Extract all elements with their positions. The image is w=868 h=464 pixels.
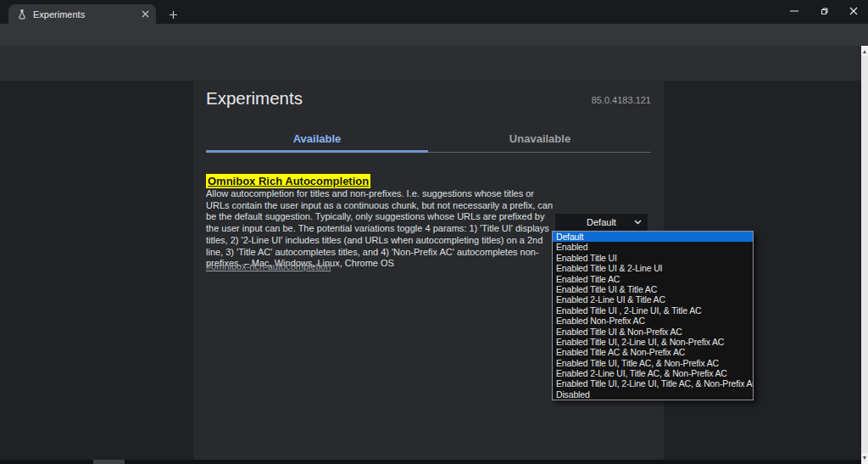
dropdown-option[interactable]: Enabled Title UI & Title AC xyxy=(553,284,753,294)
window-minimize-button[interactable] xyxy=(780,0,809,22)
window-close-button[interactable] xyxy=(839,0,868,22)
dropdown-option[interactable]: Default xyxy=(553,232,753,242)
horizontal-scrollbar[interactable] xyxy=(0,460,861,464)
select-value: Default xyxy=(587,217,616,227)
flag-permalink[interactable]: #omnibox-rich-autocompletion xyxy=(206,261,331,271)
vertical-scrollbar[interactable] xyxy=(861,46,868,464)
horizontal-scrollbar-thumb[interactable] xyxy=(93,460,125,464)
tab-unavailable[interactable]: Unavailable xyxy=(429,132,651,145)
dropdown-listbox: Default Enabled Enabled Title UI Enabled… xyxy=(552,231,754,400)
dropdown-option[interactable]: Enabled Non-Prefix AC xyxy=(553,316,753,326)
dropdown-option[interactable]: Enabled 2-Line UI & Title AC xyxy=(553,294,753,305)
tab-title: Experiments xyxy=(33,9,142,20)
tab-available[interactable]: Available xyxy=(206,132,428,145)
flask-icon xyxy=(17,9,27,20)
active-tab-underline xyxy=(206,150,428,153)
browser-tab-experiments[interactable]: Experiments xyxy=(8,4,156,24)
tab-strip: Experiments xyxy=(0,0,868,24)
scroll-up-icon[interactable] xyxy=(863,50,866,53)
plus-icon xyxy=(169,10,178,20)
dropdown-option[interactable]: Enabled Title UI, Title AC, & Non-Prefix… xyxy=(553,358,753,368)
flag-value-select[interactable]: Default xyxy=(555,214,648,231)
flags-search-bar: Omnibox Rich Autocompletion Reset all xyxy=(0,46,868,81)
dropdown-option[interactable]: Enabled Title UI xyxy=(553,253,753,263)
restore-icon xyxy=(820,7,829,16)
dropdown-option[interactable]: Enabled Title UI & 2-Line UI xyxy=(553,263,753,273)
minimize-icon xyxy=(790,7,798,15)
dropdown-option[interactable]: Enabled Title UI, 2-Line UI, & Non-Prefi… xyxy=(553,337,753,347)
flag-description: Allow autocompletion for titles and non-… xyxy=(206,188,557,270)
dropdown-option[interactable]: Enabled Title UI, 2-Line UI, Title AC, &… xyxy=(553,378,753,389)
browser-window: Experiments xyxy=(0,0,868,464)
dropdown-option[interactable]: Enabled Title AC xyxy=(553,274,753,284)
tab-close-icon[interactable] xyxy=(142,10,149,18)
dropdown-option[interactable]: Enabled Title AC & Non-Prefix AC xyxy=(553,347,753,357)
dropdown-option[interactable]: Enabled Title UI , 2-Line UI, & Title AC xyxy=(553,305,753,316)
vertical-scrollbar-thumb[interactable] xyxy=(861,56,868,453)
flag-title-highlighted[interactable]: Omnibox Rich Autocompletion xyxy=(206,174,370,188)
close-icon xyxy=(849,7,858,15)
chrome-version: 85.0.4183.121 xyxy=(206,95,651,105)
dropdown-option[interactable]: Enabled 2-Line UI, Title AC, & Non-Prefi… xyxy=(553,368,753,378)
tab-divider xyxy=(428,152,651,153)
dropdown-option[interactable]: Enabled Title UI & Non-Prefix AC xyxy=(553,327,753,337)
chevron-down-icon xyxy=(634,220,642,225)
new-tab-button[interactable] xyxy=(164,6,181,23)
dropdown-option[interactable]: Disabled xyxy=(553,389,753,400)
browser-toolbar: Chrome | chrome:// flags ☆ xyxy=(0,24,868,46)
dropdown-option[interactable]: Enabled xyxy=(553,242,753,252)
window-restore-button[interactable] xyxy=(810,0,838,22)
scroll-down-icon[interactable] xyxy=(863,456,866,460)
